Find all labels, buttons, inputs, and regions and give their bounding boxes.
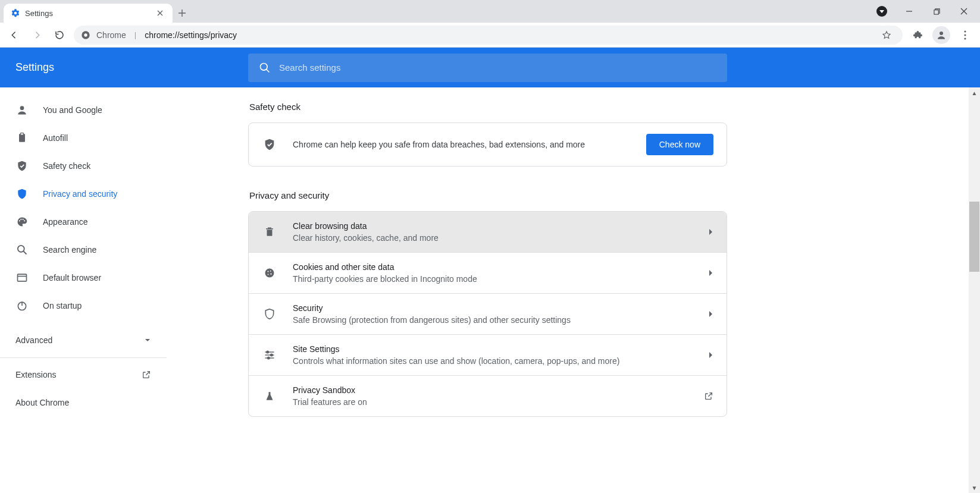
scrollbar-thumb[interactable] [969,202,979,272]
sidebar-item-label: Privacy and security [43,189,117,199]
sidebar-item-label: Autofill [43,133,68,143]
svg-point-25 [268,357,270,359]
svg-point-8 [20,106,24,110]
svg-rect-10 [21,133,24,134]
chevron-right-icon [709,269,713,277]
close-icon[interactable] [155,8,165,18]
settings-main: Safety check Chrome can help keep you sa… [167,87,980,493]
row-site-settings[interactable]: Site Settings Controls what information … [249,334,727,375]
svg-point-7 [261,63,268,70]
svg-point-2 [84,33,87,36]
scrollbar-arrow-down-icon[interactable]: ▼ [969,482,980,493]
sidebar-item-safety-check[interactable]: Safety check [0,152,167,180]
row-cookies[interactable]: Cookies and other site data Third-party … [249,252,727,293]
window-maximize-button[interactable] [931,6,942,17]
sidebar-item-label: Safety check [43,161,90,171]
profile-avatar-icon[interactable] [932,26,950,44]
safety-check-heading: Safety check [249,102,727,112]
svg-point-20 [270,271,271,272]
row-security[interactable]: Security Safe Browsing (protection from … [249,293,727,334]
sidebar-item-privacy-security[interactable]: Privacy and security [0,180,167,208]
window-minimize-button[interactable] [904,6,915,17]
row-subtitle: Trial features are on [293,397,687,407]
svg-point-5 [964,34,966,36]
chevron-right-icon [709,310,713,318]
shield-icon [263,307,276,321]
row-subtitle: Third-party cookies are blocked in Incog… [293,274,692,284]
chevron-down-icon [144,337,151,344]
account-indicator-icon[interactable] [876,6,887,17]
row-title: Security [293,303,692,313]
shield-check-icon [263,138,276,151]
svg-point-12 [20,218,21,219]
advanced-label: Advanced [15,335,52,345]
settings-sidebar: You and Google Autofill Safety check Pri… [0,87,167,493]
chevron-right-icon [709,351,713,359]
search-settings-box[interactable] [248,54,727,82]
sidebar-item-label: Search engine [43,245,96,255]
safety-check-text: Chrome can help keep you safe from data … [293,140,630,149]
row-subtitle: Clear history, cookies, cache, and more [293,233,692,243]
address-bar[interactable]: Chrome | chrome://settings/privacy [74,26,903,45]
window-close-button[interactable] [959,6,969,17]
sidebar-item-autofill[interactable]: Autofill [0,124,167,152]
person-icon [15,103,29,117]
svg-point-4 [964,30,966,32]
sidebar-item-on-startup[interactable]: On startup [0,291,167,319]
row-title: Cookies and other site data [293,262,692,272]
extensions-icon[interactable] [909,26,926,44]
search-settings-input[interactable] [279,62,716,73]
flask-icon [263,390,276,403]
chrome-icon [81,30,90,40]
sidebar-item-about[interactable]: About Chrome [0,388,167,416]
shield-icon [15,187,29,200]
svg-point-13 [23,218,24,219]
row-privacy-sandbox[interactable]: Privacy Sandbox Trial features are on [249,375,727,416]
nav-forward-button [29,27,45,43]
bookmark-icon[interactable] [878,26,896,44]
row-title: Privacy Sandbox [293,385,687,395]
svg-point-22 [270,274,271,275]
sidebar-item-you-and-google[interactable]: You and Google [0,96,167,124]
shield-check-icon [15,159,29,172]
cookie-icon [263,266,276,280]
chevron-right-icon [709,228,713,235]
settings-title: Settings [0,61,167,74]
nav-back-button[interactable] [6,27,23,43]
browser-tab-active[interactable]: Settings [4,4,173,23]
scrollbar-arrow-up-icon[interactable]: ▲ [969,87,980,98]
sidebar-item-appearance[interactable]: Appearance [0,208,167,235]
svg-rect-0 [934,10,938,14]
svg-point-18 [265,269,274,278]
new-tab-button[interactable] [173,4,192,23]
external-link-icon [704,391,713,401]
safety-check-card: Chrome can help keep you safe from data … [248,123,727,167]
sidebar-item-advanced[interactable]: Advanced [0,325,167,355]
sidebar-item-search-engine[interactable]: Search engine [0,235,167,263]
svg-point-15 [18,245,24,252]
svg-rect-16 [18,274,27,281]
address-app-label: Chrome [96,30,126,40]
sliders-icon [263,348,276,362]
svg-point-11 [19,220,20,221]
row-title: Site Settings [293,344,692,354]
browser-toolbar: Chrome | chrome://settings/privacy [0,23,980,48]
privacy-security-heading: Privacy and security [249,190,727,200]
row-title: Clear browsing data [293,221,692,231]
extensions-label: Extensions [15,370,56,379]
sidebar-item-label: On startup [43,301,82,310]
row-clear-browsing-data[interactable]: Clear browsing data Clear history, cooki… [249,212,727,252]
sidebar-item-extensions[interactable]: Extensions [0,360,167,388]
svg-point-24 [271,354,273,356]
sidebar-item-label: You and Google [43,105,102,115]
sidebar-item-label: Default browser [43,273,101,282]
browser-menu-button[interactable] [956,26,974,44]
row-subtitle: Safe Browsing (protection from dangerous… [293,315,692,325]
address-url: chrome://settings/privacy [145,30,237,40]
external-link-icon [142,370,151,379]
sidebar-item-default-browser[interactable]: Default browser [0,263,167,291]
vertical-scrollbar[interactable]: ▲ ▼ [969,87,980,493]
reload-button[interactable] [51,27,68,43]
svg-point-19 [267,271,268,272]
check-now-button[interactable]: Check now [646,134,713,155]
